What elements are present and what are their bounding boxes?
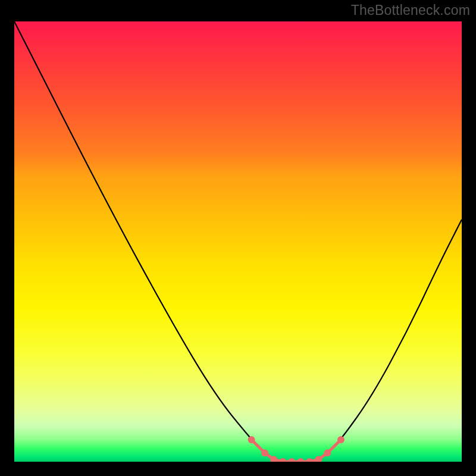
marker-dot	[248, 436, 255, 443]
marker-dot	[279, 458, 286, 462]
marker-dot	[306, 458, 313, 462]
chart-frame: TheBottleneck.com	[0, 0, 476, 476]
marker-dot	[288, 458, 295, 462]
marker-dot	[297, 458, 304, 462]
marker-dot	[261, 449, 268, 456]
watermark-text: TheBottleneck.com	[351, 2, 470, 18]
plot-area	[14, 21, 462, 462]
chart-overlay	[14, 21, 462, 462]
bottleneck-curve-path	[14, 21, 462, 462]
marker-dot	[324, 449, 331, 456]
marker-dot	[337, 436, 345, 443]
marker-group	[248, 436, 345, 462]
